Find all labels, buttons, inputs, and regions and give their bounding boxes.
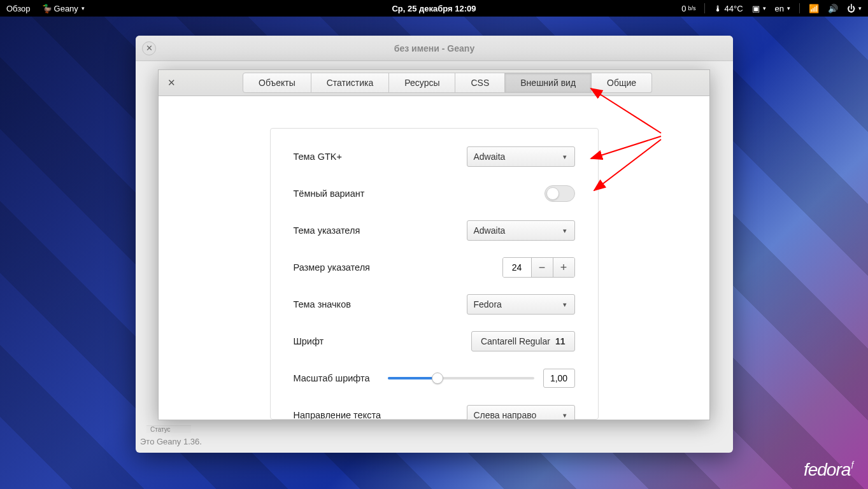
battery-icon: ▣ <box>752 4 760 13</box>
cursor-size-value: 24 <box>503 258 531 277</box>
tab-appearance[interactable]: Внешний вид <box>505 73 592 93</box>
gtk-theme-label: Тема GTK+ <box>294 152 467 162</box>
window-title: без имени - Geany <box>394 43 474 53</box>
tab-resources[interactable]: Ресурсы <box>389 73 455 93</box>
inspector-headerbar: ✕ Объекты Статистика Ресурсы CSS Внешний… <box>159 70 709 96</box>
gtk-theme-dropdown[interactable]: Adwaita <box>467 146 575 167</box>
window-titlebar[interactable]: ✕ без имени - Geany <box>136 36 733 61</box>
temperature-indicator[interactable]: 🌡 44°C <box>714 4 743 13</box>
font-button[interactable]: Cantarell Regular 11 <box>471 331 575 351</box>
chevron-down-icon: ▾ <box>82 5 85 11</box>
font-scale-label: Масштаб шрифта <box>294 373 388 383</box>
icon-theme-label: Тема значков <box>294 299 467 309</box>
cursor-theme-label: Тема указателя <box>294 225 467 236</box>
font-size: 11 <box>555 336 566 346</box>
text-direction-dropdown[interactable]: Слева направо <box>467 405 575 420</box>
power-menu[interactable]: ⏻▾ <box>847 4 862 13</box>
font-scale-value[interactable]: 1,00 <box>543 369 575 388</box>
text-direction-label: Направление текста <box>294 410 467 420</box>
battery-indicator[interactable]: ▣▾ <box>752 4 766 13</box>
status-tab[interactable]: Статус <box>146 425 191 433</box>
wifi-icon[interactable]: 📶 <box>809 4 819 13</box>
statusbar-text: Это Geany 1.36. <box>140 437 202 446</box>
appearance-settings-panel: Тема GTK+ Adwaita Тёмный вариант Тема ук… <box>270 128 599 420</box>
close-icon: ✕ <box>146 43 153 53</box>
volume-icon[interactable]: 🔊 <box>828 4 838 13</box>
keyboard-layout[interactable]: en▾ <box>775 4 790 13</box>
top-panel: Обзор 🦆 Geany ▾ Ср, 25 декабря 12:09 0b/… <box>0 0 868 17</box>
inspector-close-button[interactable]: ✕ <box>164 75 179 90</box>
dark-variant-label: Тёмный вариант <box>294 188 544 199</box>
thermometer-icon: 🌡 <box>714 4 722 13</box>
cursor-size-label: Размер указателя <box>294 262 502 273</box>
activities-button[interactable]: Обзор <box>6 4 31 13</box>
font-label: Шрифт <box>294 336 471 346</box>
tab-general[interactable]: Общие <box>592 73 652 93</box>
cursor-size-decrement[interactable]: − <box>531 258 553 277</box>
font-scale-slider[interactable] <box>388 377 534 379</box>
geany-icon: 🦆 <box>42 4 52 13</box>
inspector-tabs: Объекты Статистика Ресурсы CSS Внешний в… <box>243 73 652 93</box>
font-name: Cantarell Regular <box>481 336 550 346</box>
gtk-inspector-window: ✕ Объекты Статистика Ресурсы CSS Внешний… <box>158 69 710 420</box>
network-speed-indicator: 0b/s <box>681 4 695 13</box>
clock[interactable]: Ср, 25 декабря 12:09 <box>392 4 476 13</box>
tab-objects[interactable]: Объекты <box>243 73 311 93</box>
app-menu[interactable]: 🦆 Geany ▾ <box>42 4 85 13</box>
fedora-watermark: fedoraƒ <box>804 460 854 480</box>
tab-statistics[interactable]: Статистика <box>311 73 390 93</box>
close-icon: ✕ <box>167 77 176 89</box>
cursor-theme-dropdown[interactable]: Adwaita <box>467 220 575 241</box>
dark-variant-toggle[interactable] <box>544 185 575 202</box>
cursor-size-increment[interactable]: + <box>553 258 574 277</box>
icon-theme-dropdown[interactable]: Fedora <box>467 294 575 315</box>
cursor-size-stepper[interactable]: 24 − + <box>502 257 575 278</box>
tab-css[interactable]: CSS <box>455 73 505 93</box>
window-close-button[interactable]: ✕ <box>142 41 156 55</box>
app-menu-label: Geany <box>54 4 78 13</box>
